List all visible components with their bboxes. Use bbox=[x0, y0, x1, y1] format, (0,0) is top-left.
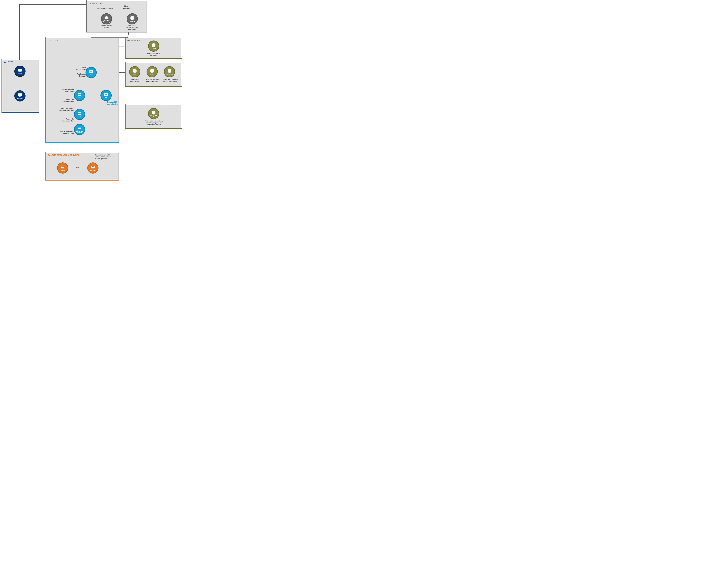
node-label: JobServer bbox=[90, 170, 96, 171]
node-tdp: TDP bbox=[74, 90, 85, 101]
caption: Share Jobsroutes, servicesand models bbox=[125, 25, 140, 31]
svg-rect-17 bbox=[78, 95, 81, 95]
cylinder-icon bbox=[132, 69, 137, 73]
svg-rect-25 bbox=[78, 127, 81, 127]
monitor-icon: www. bbox=[17, 93, 23, 97]
caption: Storemetadata bbox=[120, 5, 132, 9]
node-label: Audit bbox=[151, 73, 154, 75]
svg-rect-14 bbox=[90, 71, 92, 72]
node-label: TDP bbox=[78, 97, 81, 99]
cylinder-icon bbox=[151, 110, 156, 115]
svg-rect-6 bbox=[19, 71, 20, 72]
svg-rect-11 bbox=[19, 97, 21, 97]
node-label: DQ Mart bbox=[151, 48, 156, 49]
node-artifact-repository: ArtifactRepository bbox=[101, 13, 112, 24]
caption: Send Job metadatato Audit database bbox=[144, 78, 161, 82]
svg-rect-23 bbox=[78, 113, 81, 114]
architecture-diagram: REPOSITORIES CLIENTS SERVERS DATABASES T… bbox=[0, 0, 224, 187]
svg-rect-19 bbox=[105, 94, 107, 94]
svg-rect-1 bbox=[106, 16, 107, 17]
cylinder-icon bbox=[129, 16, 135, 20]
node-monitoring-db: Monitoring bbox=[164, 66, 175, 77]
server-icon bbox=[103, 92, 109, 97]
node-label: Git/SVN bbox=[130, 20, 135, 22]
node-label: Admin bbox=[133, 73, 137, 75]
caption: Store users,rights, roles... bbox=[128, 78, 143, 82]
node-browser: www. Browser bbox=[14, 90, 25, 102]
group-title: TALEND EXECUTION SERVERS bbox=[48, 154, 79, 156]
svg-rect-7 bbox=[19, 72, 21, 72]
caption: Send data to ActivityMonitoring database bbox=[161, 78, 180, 82]
svg-rect-44 bbox=[61, 167, 64, 167]
svg-rect-20 bbox=[105, 95, 107, 95]
caption: Access theWeb application bbox=[60, 99, 74, 103]
node-studio: Studio bbox=[14, 66, 25, 77]
svg-point-32 bbox=[133, 71, 136, 73]
node-label: Browser bbox=[17, 98, 23, 99]
caption: Add, remove or editsemantic types bbox=[56, 131, 74, 134]
cylinder-icon bbox=[167, 69, 172, 73]
group-title: REPOSITORIES bbox=[89, 2, 104, 4]
svg-rect-10 bbox=[19, 96, 20, 97]
caption: Set up deployment forJobs, services, rou… bbox=[95, 154, 116, 160]
node-label: Studio bbox=[18, 73, 22, 74]
svg-rect-13 bbox=[90, 71, 92, 71]
svg-rect-47 bbox=[92, 167, 94, 167]
node-git-svn: Git/SVN bbox=[127, 13, 138, 24]
server-icon bbox=[89, 69, 94, 74]
caption: Send & requestartifacts bbox=[99, 25, 114, 29]
cylinder-icon bbox=[151, 43, 156, 48]
caption: Get software updates bbox=[98, 8, 116, 9]
svg-rect-5 bbox=[18, 69, 22, 71]
node-runtime: Runtime bbox=[57, 162, 68, 174]
svg-rect-0 bbox=[105, 16, 108, 19]
package-icon bbox=[104, 15, 109, 20]
node-tac: TAC bbox=[85, 67, 97, 78]
server-icon bbox=[90, 165, 96, 169]
caption: Checkauthorizations bbox=[72, 66, 86, 70]
svg-point-29 bbox=[152, 46, 155, 47]
cylinder-icon bbox=[150, 69, 155, 73]
svg-rect-46 bbox=[92, 166, 94, 167]
node-label: TAC bbox=[90, 74, 93, 75]
node-audit-db: Audit bbox=[146, 66, 158, 77]
caption: Manages SSOauthentication bbox=[107, 101, 121, 105]
svg-point-38 bbox=[168, 71, 171, 73]
node-label: ArtifactRepository bbox=[103, 20, 110, 23]
node-dq-mart: DQ Mart bbox=[148, 41, 159, 52]
node-tds: TDS bbox=[74, 109, 85, 120]
caption: Collect and governdata quality bbox=[143, 52, 165, 56]
node-label: IAM bbox=[105, 97, 107, 99]
monitor-icon bbox=[17, 68, 23, 73]
node-iam: IAM bbox=[101, 90, 112, 101]
node-dictionary-service: DictionaryService bbox=[74, 124, 85, 135]
server-icon bbox=[77, 92, 82, 97]
caption: Load, read or edittasks into campaigns bbox=[57, 108, 74, 111]
node-jobserver: JobServer bbox=[87, 162, 99, 174]
node-admin-db: Admin bbox=[129, 66, 140, 77]
svg-rect-43 bbox=[61, 166, 64, 167]
server-icon bbox=[77, 126, 82, 130]
svg-point-4 bbox=[130, 18, 134, 20]
group-title: DATABASES bbox=[127, 39, 140, 41]
or-label: OR bbox=[76, 167, 79, 169]
svg-point-41 bbox=[152, 113, 155, 115]
caption: Administrate& monitor bbox=[72, 73, 86, 77]
svg-text:www.: www. bbox=[18, 94, 21, 95]
svg-point-35 bbox=[150, 71, 154, 73]
node-label: MongoDB bbox=[151, 115, 157, 117]
caption: Store tasks, campaigns,datasets, prepara… bbox=[143, 120, 165, 126]
svg-rect-16 bbox=[78, 94, 81, 94]
caption: Create datasets,run preparations bbox=[58, 89, 74, 92]
server-icon bbox=[77, 111, 82, 116]
group-title: CLIENTS bbox=[4, 61, 13, 63]
svg-rect-22 bbox=[78, 113, 81, 113]
caption: Access theWeb application bbox=[60, 118, 74, 122]
server-icon bbox=[60, 165, 65, 169]
node-label: TDS bbox=[78, 116, 81, 117]
svg-rect-26 bbox=[78, 128, 81, 128]
node-label: Runtime bbox=[60, 170, 65, 171]
node-label: DictionaryService bbox=[76, 130, 83, 133]
node-mongodb: MongoDB bbox=[148, 108, 159, 119]
group-title: SERVERS bbox=[48, 39, 58, 41]
